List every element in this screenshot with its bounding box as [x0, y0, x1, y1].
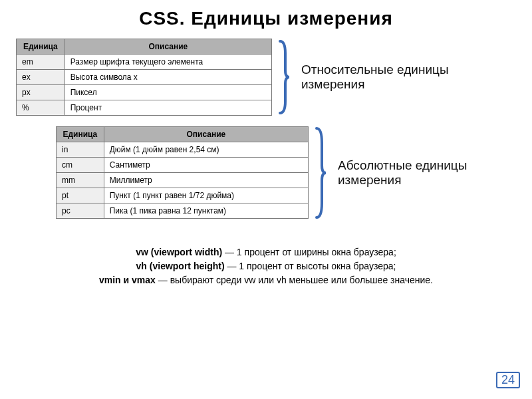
footer-text: — 1 процент от ширины окна браузера; — [222, 247, 396, 257]
page-number-badge: 24 — [496, 372, 520, 388]
table-header-unit: Единица — [17, 39, 65, 55]
table-row: mm Миллиметр — [57, 173, 309, 188]
brace-icon — [277, 40, 291, 114]
page-title: CSS. Единицы измерения — [16, 8, 516, 29]
unit-cell: px — [17, 85, 65, 100]
absolute-units-label: Абсолютные единицы измерения — [338, 158, 504, 188]
desc-cell: Размер шрифта текущего элемента — [65, 55, 271, 70]
relative-units-table: Единица Описание em Размер шрифта текуще… — [16, 39, 272, 116]
desc-cell: Процент — [65, 100, 271, 116]
table-row: px Пиксел — [17, 85, 272, 100]
desc-cell: Миллиметр — [104, 173, 308, 188]
table-header-desc: Описание — [65, 39, 271, 55]
footer-notes: vw (viewport width) — 1 процент от ширин… — [16, 245, 516, 287]
table-row: cm Сантиметр — [57, 158, 309, 173]
unit-cell: pt — [57, 188, 104, 203]
desc-cell: Дюйм (1 дюйм равен 2,54 см) — [104, 142, 308, 158]
footer-text: — 1 процент от высоты окна браузера; — [225, 261, 396, 271]
unit-cell: em — [17, 55, 65, 70]
footer-line: vmin и vmax — выбирают среди vw или vh м… — [16, 273, 516, 287]
table-header-desc: Описание — [104, 127, 308, 142]
unit-cell: ex — [17, 70, 65, 85]
table-row: % Процент — [17, 100, 272, 116]
footer-bold: vh (viewport height) — [136, 261, 225, 271]
unit-cell: cm — [57, 158, 104, 173]
desc-cell: Пиксел — [65, 85, 271, 100]
unit-cell: pc — [57, 203, 104, 219]
unit-cell: mm — [57, 173, 104, 188]
unit-cell: % — [17, 100, 65, 116]
footer-text: — выбирают среди vw или vh меньшее или б… — [156, 275, 433, 285]
relative-units-label: Относительные единицы измерения — [301, 63, 467, 92]
desc-cell: Пика (1 пика равна 12 пунктам) — [104, 203, 308, 219]
footer-bold: vmin и vmax — [99, 275, 156, 285]
footer-line: vh (viewport height) — 1 процент от высо… — [16, 259, 516, 273]
absolute-units-section: Единица Описание in Дюйм (1 дюйм равен 2… — [16, 126, 516, 219]
unit-cell: in — [57, 142, 104, 158]
absolute-units-table: Единица Описание in Дюйм (1 дюйм равен 2… — [56, 126, 309, 219]
table-row: ex Высота символа x — [17, 70, 272, 85]
footer-line: vw (viewport width) — 1 процент от ширин… — [16, 245, 516, 259]
table-row: in Дюйм (1 дюйм равен 2,54 см) — [57, 142, 309, 158]
table-row: pc Пика (1 пика равна 12 пунктам) — [57, 203, 309, 219]
table-row: em Размер шрифта текущего элемента — [17, 55, 272, 70]
desc-cell: Сантиметр — [104, 158, 308, 173]
desc-cell: Высота символа x — [65, 70, 271, 85]
relative-units-section: Единица Описание em Размер шрифта текуще… — [16, 39, 516, 116]
table-header-unit: Единица — [57, 127, 104, 142]
footer-bold: vw (viewport width) — [136, 247, 222, 257]
desc-cell: Пункт (1 пункт равен 1/72 дюйма) — [104, 188, 308, 203]
brace-icon — [314, 127, 327, 219]
table-row: pt Пункт (1 пункт равен 1/72 дюйма) — [57, 188, 309, 203]
